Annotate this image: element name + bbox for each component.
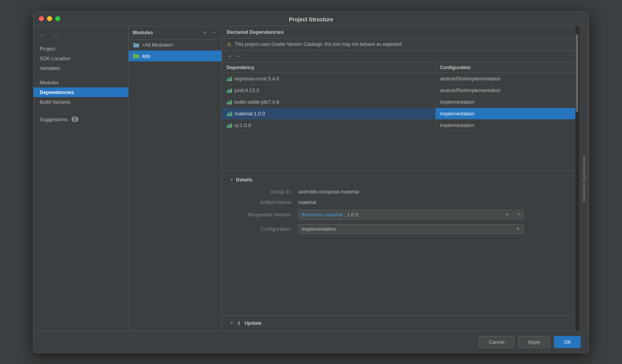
config-row: Configuration: implementation ▼ bbox=[238, 224, 568, 234]
sidebar-item-modules[interactable]: Modules bbox=[33, 78, 128, 87]
vertical-scrollbar[interactable] bbox=[575, 26, 579, 331]
update-collapse-arrow[interactable]: ▼ bbox=[230, 321, 234, 325]
dep-bar-icon-material bbox=[227, 111, 232, 116]
forward-button[interactable]: → bbox=[51, 31, 60, 39]
update-label: Update bbox=[245, 320, 262, 326]
project-structure-dialog: Project Structure ← → Project SDK Locati… bbox=[33, 11, 589, 353]
resolved-deps-tab[interactable]: Resolved Dependencies bbox=[579, 26, 589, 331]
warning-bar: ⚠ This project uses Gradle Version Catal… bbox=[222, 38, 575, 51]
dep-name-espresso: espresso-core:3.4.0 bbox=[222, 73, 435, 84]
modules-header-label: Modules bbox=[133, 30, 153, 35]
update-section: ▼ ⬇ Update bbox=[222, 315, 575, 331]
bottom-bar: Cancel Apply OK bbox=[33, 331, 589, 353]
back-button[interactable]: ← bbox=[38, 31, 47, 39]
svg-rect-2 bbox=[133, 43, 135, 44]
config-label: Configuration: bbox=[238, 226, 292, 232]
close-button[interactable] bbox=[39, 16, 44, 21]
content-area: Declared Dependencies ⚠ This project use… bbox=[222, 26, 575, 331]
version-label: Requested Version: bbox=[238, 212, 292, 218]
dep-bar-icon-ui bbox=[227, 122, 232, 128]
modules-add-button[interactable]: + bbox=[201, 29, 208, 36]
dep-name-junit: junit:4.13.2 bbox=[222, 85, 435, 96]
dep-row-espresso[interactable]: espresso-core:3.4.0 androidTestImplement… bbox=[222, 73, 575, 85]
suggestions-badge: 2 bbox=[72, 117, 79, 122]
dep-bar-icon-junit bbox=[227, 87, 232, 93]
dep-config-junit: androidTestImplementation bbox=[435, 85, 575, 96]
version-value-display: $versions.material : 1.0.0 bbox=[302, 212, 358, 218]
group-id-value: androidx.compose.material bbox=[298, 189, 359, 195]
dep-name-material: material:1.0.0 bbox=[222, 108, 435, 119]
minimize-button[interactable] bbox=[47, 16, 52, 21]
dep-row-junit[interactable]: junit:4.13.2 androidTestImplementation bbox=[222, 85, 575, 96]
modules-list: <All Modules> app bbox=[129, 40, 222, 331]
svg-rect-3 bbox=[133, 54, 139, 58]
title-bar: Project Structure bbox=[33, 12, 589, 26]
main-content: ← → Project SDK Location Variables Modul… bbox=[33, 26, 589, 331]
update-download-icon: ⬇ bbox=[237, 320, 241, 326]
sidebar: ← → Project SDK Location Variables Modul… bbox=[33, 26, 129, 331]
apply-button[interactable]: Apply bbox=[518, 336, 550, 348]
artifact-row: Artifact Name: material bbox=[238, 199, 568, 205]
config-dropdown[interactable]: implementation ▼ bbox=[298, 224, 524, 234]
artifact-label: Artifact Name: bbox=[238, 199, 292, 205]
maximize-button[interactable] bbox=[55, 16, 60, 21]
config-dropdown-arrow: ▼ bbox=[516, 226, 520, 231]
modules-remove-button[interactable]: − bbox=[210, 29, 218, 36]
sidebar-item-variables[interactable]: Variables bbox=[33, 63, 128, 73]
dep-config-espresso: androidTestImplementation bbox=[435, 73, 575, 84]
sidebar-item-dependencies[interactable]: Dependencies bbox=[33, 87, 128, 97]
module-item-all[interactable]: <All Modules> bbox=[129, 40, 222, 51]
details-collapse-arrow[interactable]: ▼ bbox=[230, 178, 234, 182]
version-suffix: : 1.0.0 bbox=[344, 212, 358, 218]
dep-config-ui: implementation bbox=[435, 120, 575, 131]
deps-table-header: Dependency Configuration bbox=[222, 63, 575, 73]
ok-button[interactable]: OK bbox=[554, 336, 581, 348]
declared-deps-header: Declared Dependencies bbox=[222, 26, 575, 38]
dep-config-material: implementation bbox=[435, 108, 575, 119]
nav-arrows: ← → bbox=[33, 31, 128, 44]
modules-panel: Modules + − <All Modules> bbox=[129, 26, 222, 331]
deps-table: espresso-core:3.4.0 androidTestImplement… bbox=[222, 73, 575, 170]
module-app-label: app bbox=[142, 53, 150, 59]
config-value: implementation bbox=[302, 226, 336, 232]
deps-add-button[interactable]: + bbox=[226, 53, 233, 60]
group-id-row: Group ID: androidx.compose.material bbox=[238, 189, 568, 195]
dep-row-kotlin[interactable]: kotlin-stdlib-jdk7:4.8 implementation bbox=[222, 96, 575, 108]
dep-bar-icon-kotlin bbox=[227, 99, 232, 104]
modules-toolbar: + − bbox=[201, 29, 218, 36]
details-section: ▼ Details Group ID: androidx.compose.mat… bbox=[222, 170, 575, 315]
scrollbar-thumb bbox=[576, 34, 578, 112]
dialog-title: Project Structure bbox=[289, 16, 333, 23]
version-dropdown[interactable]: $versions.material : 1.0.0 ▼ bbox=[298, 210, 513, 219]
artifact-value: material bbox=[298, 199, 316, 205]
deps-remove-button[interactable]: − bbox=[235, 53, 242, 60]
warning-icon: ⚠ bbox=[227, 41, 232, 47]
sidebar-item-project[interactable]: Project bbox=[33, 44, 128, 54]
module-item-app[interactable]: app bbox=[129, 51, 222, 61]
deps-toolbar: + − bbox=[222, 51, 575, 63]
right-panel: Declared Dependencies ⚠ This project use… bbox=[222, 26, 589, 331]
version-input-container: $versions.material : 1.0.0 ▼ ✎ bbox=[298, 210, 524, 219]
group-id-label: Group ID: bbox=[238, 189, 292, 195]
details-form: Group ID: androidx.compose.material Arti… bbox=[230, 189, 568, 234]
cancel-button[interactable]: Cancel bbox=[479, 336, 514, 348]
window-controls bbox=[39, 16, 60, 21]
dep-row-material[interactable]: material:1.0.0 implementation bbox=[222, 108, 575, 120]
version-highlight: $versions.material bbox=[302, 212, 343, 218]
sidebar-item-sdk-location[interactable]: SDK Location bbox=[33, 54, 128, 63]
dep-config-kotlin: implementation bbox=[435, 96, 575, 108]
svg-rect-4 bbox=[133, 54, 135, 55]
modules-panel-header: Modules + − bbox=[129, 26, 222, 40]
version-dropdown-arrow: ▼ bbox=[505, 212, 509, 217]
warning-text: This project uses Gradle Version Catalog… bbox=[235, 42, 403, 47]
dep-row-ui[interactable]: ui:1.0.0 implementation bbox=[222, 120, 575, 131]
dep-bar-icon bbox=[227, 76, 232, 81]
module-folder-icon bbox=[133, 42, 140, 48]
sidebar-item-build-variants[interactable]: Build Variants bbox=[33, 97, 128, 107]
details-header: ▼ Details bbox=[230, 177, 568, 183]
version-edit-button[interactable]: ✎ bbox=[514, 210, 524, 219]
sidebar-item-suggestions[interactable]: Suggestions 2 bbox=[33, 115, 128, 124]
version-row: Requested Version: $versions.material : … bbox=[238, 210, 568, 219]
details-label: Details bbox=[236, 177, 253, 183]
module-all-label: <All Modules> bbox=[142, 42, 174, 48]
